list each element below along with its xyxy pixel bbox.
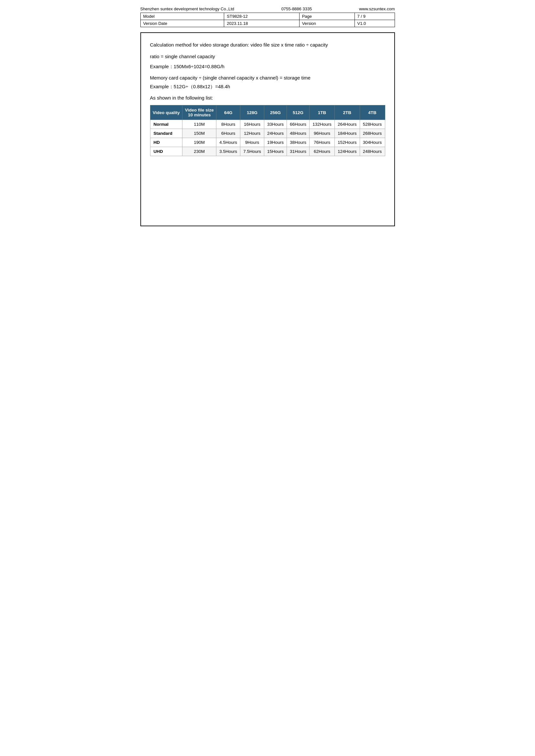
cell-quality-0: Normal (150, 120, 183, 129)
col-header-128g: 128G (240, 105, 264, 120)
cell-256g-0: 33Hours (264, 120, 287, 129)
cell-128g-3: 7.5Hours (240, 147, 264, 156)
main-content-box: Calculation method for video storage dur… (140, 32, 395, 226)
cell-4tb-2: 304Hours (360, 138, 385, 147)
header-table: Model ST9828-12 Page 7 / 9 Version Date … (140, 13, 395, 27)
cell-128g-2: 9Hours (240, 138, 264, 147)
cell-2tb-3: 124Hours (334, 147, 360, 156)
cell-2tb-1: 184Hours (334, 129, 360, 138)
cell-64g-2: 4.5Hours (216, 138, 240, 147)
cell-2tb-0: 264Hours (334, 120, 360, 129)
cell-1tb-0: 132Hours (310, 120, 335, 129)
col-header-2tb: 2TB (334, 105, 360, 120)
model-label: Model (140, 13, 224, 20)
col-header-64g: 64G (216, 105, 240, 120)
cell-128g-0: 16Hours (240, 120, 264, 129)
cell-quality-1: Standard (150, 129, 183, 138)
cell-64g-0: 8Hours (216, 120, 240, 129)
cell-512g-0: 66Hours (287, 120, 310, 129)
header-top: Shenzhen suntex development technology C… (140, 7, 395, 11)
cell-4tb-3: 248Hours (360, 147, 385, 156)
cell-64g-1: 6Hours (216, 129, 240, 138)
col-header-1tb: 1TB (310, 105, 335, 120)
cell-256g-1: 24Hours (264, 129, 287, 138)
page-value: 7 / 9 (354, 13, 395, 20)
table-row: UHD230M3.5Hours7.5Hours15Hours31Hours62H… (150, 147, 385, 156)
table-row: Normal110M8Hours16Hours33Hours66Hours132… (150, 120, 385, 129)
col-header-512g: 512G (287, 105, 310, 120)
version-value: V1.0 (354, 20, 395, 27)
cell-64g-3: 3.5Hours (216, 147, 240, 156)
cell-512g-1: 48Hours (287, 129, 310, 138)
cell-filesize-1: 150M (183, 129, 216, 138)
cell-4tb-0: 528Hours (360, 120, 385, 129)
phone-number: 0755-8886 3335 (281, 7, 312, 11)
cell-4tb-1: 268Hours (360, 129, 385, 138)
model-value: ST9828-12 (224, 13, 299, 20)
example1: Example：150Mx6÷1024=0.88G/h (150, 64, 385, 70)
cell-quality-2: HD (150, 138, 183, 147)
col-header-4tb: 4TB (360, 105, 385, 120)
cell-1tb-3: 62Hours (310, 147, 335, 156)
cell-2tb-2: 152Hours (334, 138, 360, 147)
cell-512g-3: 31Hours (287, 147, 310, 156)
description-line1: Calculation method for video storage dur… (150, 41, 385, 49)
cell-1tb-1: 96Hours (310, 129, 335, 138)
storage-table: Video quality Video file size 10 minutes… (150, 105, 385, 156)
example2: Example：512G÷（0.88x12）=48.4h (150, 84, 385, 90)
cell-quality-3: UHD (150, 147, 183, 156)
col-header-quality: Video quality (150, 105, 183, 120)
version-date-value: 2023.11.18 (224, 20, 299, 27)
version-date-label: Version Date (140, 20, 224, 27)
cell-filesize-3: 230M (183, 147, 216, 156)
table-row: HD190M4.5Hours9Hours19Hours38Hours76Hour… (150, 138, 385, 147)
cell-filesize-2: 190M (183, 138, 216, 147)
page-label: Page (299, 13, 354, 20)
company-name: Shenzhen suntex development technology C… (140, 7, 235, 11)
cell-256g-3: 15Hours (264, 147, 287, 156)
version-label: Version (299, 20, 354, 27)
col-header-filesize: Video file size 10 minutes (183, 105, 216, 120)
cell-1tb-2: 76Hours (310, 138, 335, 147)
table-row: Standard150M6Hours12Hours24Hours48Hours9… (150, 129, 385, 138)
description-line2: ratio = single channel capacity (150, 52, 385, 61)
list-intro: As shown in the following list: (150, 95, 385, 100)
cell-256g-2: 19Hours (264, 138, 287, 147)
formula: Memory card capacity ÷ (single channel c… (150, 75, 385, 80)
cell-512g-2: 38Hours (287, 138, 310, 147)
cell-128g-1: 12Hours (240, 129, 264, 138)
website: www.szsuntex.com (359, 7, 395, 11)
cell-filesize-0: 110M (183, 120, 216, 129)
col-header-256g: 256G (264, 105, 287, 120)
